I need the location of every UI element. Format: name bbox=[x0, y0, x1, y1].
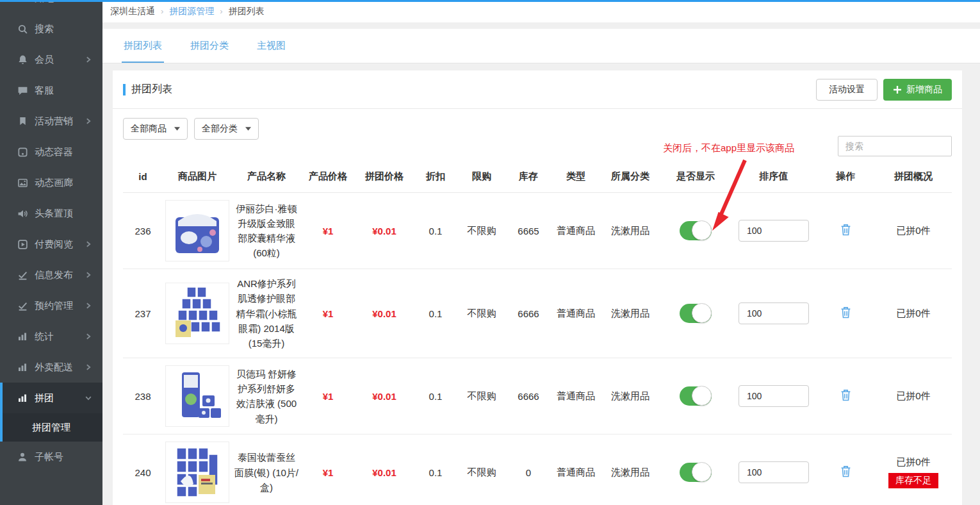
add-product-button[interactable]: 新增商品 bbox=[883, 79, 952, 101]
sidebar-item-label: 付费阅览 bbox=[35, 238, 85, 251]
product-name: 泰国妆蕾蚕丝面膜(银) (10片/盒) bbox=[234, 450, 299, 495]
cell-name: 伊丽莎白·雅顿 升级版金致眼部胶囊精华液 (60粒) bbox=[232, 193, 301, 269]
delete-button[interactable] bbox=[840, 465, 851, 479]
cell-group-price: ¥0.01 bbox=[355, 435, 414, 505]
sidebar-item-label: 活动营销 bbox=[35, 115, 85, 128]
publish-icon bbox=[17, 269, 28, 281]
visibility-toggle[interactable] bbox=[680, 221, 712, 240]
activity-settings-button[interactable]: 活动设置 bbox=[816, 79, 878, 101]
cell-group-price: ¥0.01 bbox=[355, 358, 414, 435]
sidebar-item-1[interactable]: 知吧 bbox=[0, 0, 102, 13]
stock-warning-badge: 库存不足 bbox=[888, 473, 938, 488]
delete-button[interactable] bbox=[840, 389, 851, 403]
product-image[interactable] bbox=[165, 283, 229, 344]
bell-icon bbox=[17, 54, 28, 65]
cell-group-price: ¥0.01 bbox=[355, 269, 414, 358]
cell-name: ANR修护系列 肌透修护眼部精华霜(小棕瓶眼霜) 2014版 (15毫升) bbox=[232, 269, 301, 358]
delete-button[interactable] bbox=[840, 306, 851, 320]
visibility-toggle[interactable] bbox=[680, 386, 712, 406]
sidebar-item-label: 信息发布 bbox=[35, 269, 85, 281]
product-image[interactable] bbox=[165, 200, 229, 261]
sidebar-item-14[interactable]: 拼团 bbox=[3, 383, 102, 413]
column-header: 所属分类 bbox=[601, 165, 660, 193]
product-filter-select[interactable]: 全部商品 bbox=[123, 118, 188, 140]
cell-action bbox=[816, 435, 875, 505]
cell-visible bbox=[660, 269, 731, 358]
delete-button[interactable] bbox=[840, 224, 851, 238]
cell-stock: 0 bbox=[506, 435, 551, 505]
column-header: 折扣 bbox=[414, 165, 457, 193]
sidebar-item-12[interactable]: 统计 bbox=[0, 321, 102, 352]
sort-value-input[interactable] bbox=[739, 220, 809, 242]
chevron-right-icon bbox=[85, 363, 94, 372]
sort-value-input[interactable] bbox=[739, 461, 809, 483]
tab-2[interactable]: 拼团分类 bbox=[188, 40, 231, 63]
cell-price: ¥1 bbox=[301, 435, 355, 505]
sidebar-item-3[interactable]: 会员 bbox=[0, 44, 102, 75]
cell-id: 236 bbox=[123, 193, 163, 269]
sidebar-item-9[interactable]: 付费阅览 bbox=[0, 229, 102, 260]
column-header: 拼团概况 bbox=[875, 165, 952, 193]
container-icon bbox=[17, 146, 28, 158]
visibility-toggle[interactable] bbox=[680, 304, 712, 323]
cell-stock: 6665 bbox=[506, 193, 551, 269]
tab-1[interactable]: 拼团列表 bbox=[122, 40, 164, 63]
sidebar-item-11[interactable]: 预约管理 bbox=[0, 290, 102, 321]
breadcrumb-item[interactable]: 拼团源管理 bbox=[169, 6, 214, 17]
cell-visible bbox=[660, 193, 731, 269]
table-row: 238贝德玛 舒妍修护系列舒妍多效洁肤液 (500毫升)¥1¥0.010.1不限… bbox=[123, 358, 952, 435]
product-name: 伊丽莎白·雅顿 升级版金致眼部胶囊精华液 (60粒) bbox=[234, 201, 299, 261]
category-filter-select[interactable]: 全部分类 bbox=[194, 118, 259, 140]
play-icon bbox=[17, 238, 28, 250]
sidebar-item-10[interactable]: 信息发布 bbox=[0, 260, 102, 290]
column-header: 是否显示 bbox=[660, 165, 731, 193]
cell-image bbox=[163, 269, 232, 358]
product-image[interactable] bbox=[165, 442, 229, 503]
breadcrumb-item: 深圳生活通 bbox=[110, 6, 155, 17]
header-actions: 活动设置 新增商品 bbox=[816, 79, 952, 101]
sidebar-item-15[interactable]: 子帐号 bbox=[0, 442, 102, 472]
cell-type: 普通商品 bbox=[551, 358, 601, 435]
cell-discount: 0.1 bbox=[414, 269, 457, 358]
user-icon bbox=[17, 451, 28, 463]
sort-value-input[interactable] bbox=[739, 302, 809, 324]
cell-image bbox=[163, 435, 232, 505]
sort-value-input[interactable] bbox=[739, 385, 809, 407]
breadcrumb-separator: › bbox=[155, 6, 169, 16]
sidebar-item-8[interactable]: 头条置顶 bbox=[0, 198, 102, 229]
sidebar-item-4[interactable]: 客服 bbox=[0, 75, 102, 106]
product-price: ¥1 bbox=[323, 391, 334, 402]
product-image[interactable] bbox=[165, 365, 229, 427]
sidebar-item-5[interactable]: 活动营销 bbox=[0, 106, 102, 137]
cell-action bbox=[816, 358, 875, 435]
visibility-toggle[interactable] bbox=[680, 463, 712, 482]
filter-row: 全部商品 全部分类 bbox=[113, 109, 962, 140]
sidebar-item-6[interactable]: 动态容器 bbox=[0, 137, 102, 167]
title-accent-bar bbox=[123, 84, 126, 95]
cell-action bbox=[816, 193, 875, 269]
table-header-row: id商品图片产品名称产品价格拼团价格折扣限购库存类型所属分类是否显示排序值操作拼… bbox=[123, 165, 952, 193]
cell-action bbox=[816, 269, 875, 358]
group-count: 已拼0件 bbox=[877, 456, 950, 468]
table-row: 237ANR修护系列 肌透修护眼部精华霜(小棕瓶眼霜) 2014版 (15毫升)… bbox=[123, 269, 952, 358]
toggle-knob bbox=[692, 220, 712, 240]
cell-image bbox=[163, 358, 232, 435]
gallery-icon bbox=[17, 177, 28, 188]
cell-sort bbox=[731, 269, 816, 358]
sidebar-subitem-拼团管理[interactable]: 拼团管理 bbox=[3, 413, 102, 442]
content-card: 拼团列表 活动设置 新增商品 全部商品 全部分类 关闭后，不在app里显示该商品 bbox=[113, 70, 962, 505]
tab-3[interactable]: 主视图 bbox=[255, 40, 288, 63]
chevron-right-icon bbox=[85, 55, 94, 64]
chevron-down-icon bbox=[85, 393, 94, 402]
sidebar-item-13[interactable]: 外卖配送 bbox=[0, 352, 102, 383]
cell-price: ¥1 bbox=[301, 269, 355, 358]
top-accent-line bbox=[0, 0, 980, 2]
sidebar-item-2[interactable]: 搜索 bbox=[0, 13, 102, 44]
group-count: 已拼0件 bbox=[877, 308, 950, 320]
column-header: 排序值 bbox=[731, 165, 816, 193]
search-input[interactable] bbox=[838, 136, 952, 156]
group-price: ¥0.01 bbox=[372, 226, 396, 236]
cell-limit: 不限购 bbox=[457, 193, 506, 269]
sidebar-item-7[interactable]: 动态画廊 bbox=[0, 167, 102, 198]
annotation-text: 关闭后，不在app里显示该商品 bbox=[663, 142, 794, 154]
